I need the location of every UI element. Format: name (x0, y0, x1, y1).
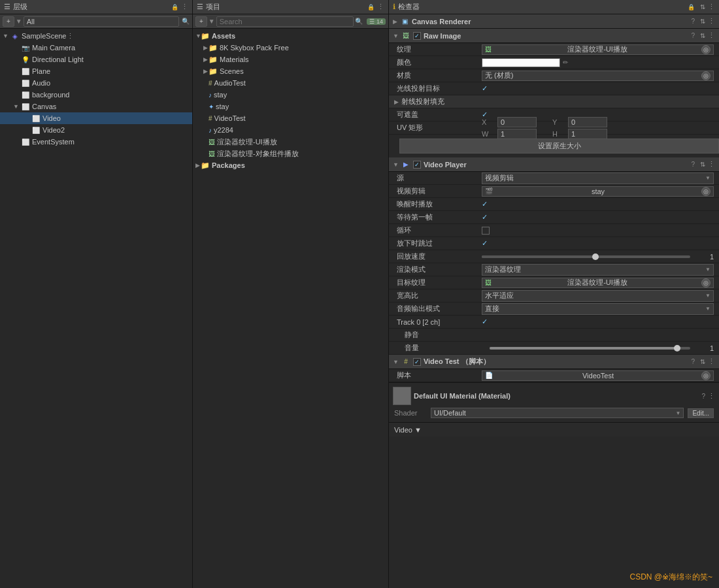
project-item-render2[interactable]: 🖼 渲染器纹理-对象组件播放 (193, 148, 388, 159)
edit-shader-button[interactable]: Edit... (688, 408, 714, 418)
targettex-select-btn[interactable]: ◎ (701, 278, 711, 287)
playonawake-checkmark[interactable]: ✓ (482, 200, 488, 208)
material-menu-btn[interactable]: ⋮ (708, 392, 715, 400)
volume-slider[interactable]: 1 (490, 344, 714, 352)
uv-y-input[interactable] (568, 117, 607, 127)
settings-icon[interactable]: ⇅ (700, 358, 705, 365)
rendermode-dropdown[interactable]: 渲染器纹理 ▼ (482, 264, 714, 276)
cube-icon: ⬜ (31, 114, 41, 123)
tree-item-audio[interactable]: ⬜ Audio (0, 77, 192, 89)
tree-item-background[interactable]: ⬜ background (0, 89, 192, 101)
settings-icon[interactable]: ⇅ (700, 161, 705, 168)
prop-value-texture: 🖼 渲染器纹理-UI播放 ◎ (482, 44, 714, 55)
aspectratio-dropdown[interactable]: 水平适应 ▼ (482, 290, 714, 302)
inspector-lock-icon[interactable]: 🔒 (688, 4, 695, 10)
dropdown-arrow-icon: ▼ (705, 293, 711, 299)
tree-item-eventsystem[interactable]: ⬜ EventSystem (0, 136, 192, 148)
help-icon[interactable]: ? (691, 18, 695, 25)
component-menu-btn[interactable]: ⋮ (708, 17, 715, 25)
shader-dropdown[interactable]: UI/Default ▼ (431, 408, 684, 418)
videoclip-select-btn[interactable]: ◎ (701, 187, 711, 196)
project-item-skybox[interactable]: ▶ 📁 8K Skybox Pack Free (193, 42, 388, 54)
project-lock-icon[interactable]: 🔒 (367, 4, 375, 10)
video-player-checkbox[interactable]: ✓ (413, 161, 421, 169)
video-test-header[interactable]: ▼ # ✓ Video Test （脚本） ? ⇅ ⋮ (389, 355, 719, 369)
canvas-renderer-header[interactable]: ▶ ▣ Canvas Renderer ? ⇅ ⋮ (389, 14, 719, 29)
material-ref-field[interactable]: 无 (材质) ◎ (482, 71, 714, 81)
script-ref-field[interactable]: 📄 VideoTest ◎ (482, 370, 714, 381)
settings-icon[interactable]: ⇅ (700, 32, 705, 39)
waitfirstframe-checkmark[interactable]: ✓ (482, 213, 488, 221)
raw-image-checkbox[interactable]: ✓ (413, 32, 421, 40)
hierarchy-lock-icon[interactable]: 🔒 (171, 4, 178, 10)
hierarchy-menu-icon[interactable]: ⋮ (181, 3, 188, 11)
hierarchy-search-input[interactable] (24, 16, 179, 27)
tree-item-canvas[interactable]: ▼ ⬜ Canvas (0, 101, 192, 112)
audiomode-dropdown[interactable]: 直接 ▼ (482, 303, 714, 315)
video-bottom-label[interactable]: Video ▼ (394, 426, 422, 434)
inspector-content: ▶ ▣ Canvas Renderer ? ⇅ ⋮ ▼ 🖼 ✓ Raw Imag… (389, 14, 719, 588)
component-menu-btn[interactable]: ⋮ (708, 160, 715, 169)
prop-value-loop (482, 227, 714, 235)
script-select-btn[interactable]: ◎ (701, 371, 711, 380)
texture-select-btn[interactable]: ◎ (701, 45, 711, 54)
component-menu-btn[interactable]: ⋮ (708, 357, 715, 366)
prop-value-raycast: ✓ (482, 84, 714, 93)
tree-item-directionallight[interactable]: 💡 Directional Light (0, 54, 192, 65)
uv-x-input[interactable] (497, 117, 537, 127)
settings-icon[interactable]: ⇅ (700, 18, 705, 25)
video-test-checkbox[interactable]: ✓ (413, 358, 421, 366)
targettex-ref-field[interactable]: 🖼 渲染器纹理-UI播放 ◎ (482, 278, 714, 288)
project-add-button[interactable]: + (195, 16, 207, 27)
video-player-header[interactable]: ▼ ▶ ✓ Video Player ? ⇅ ⋮ (389, 157, 719, 172)
prop-label-mute: 静音 (405, 330, 490, 340)
project-item-scenes[interactable]: ▶ 📁 Scenes (193, 65, 388, 77)
texture-ref-field[interactable]: 🖼 渲染器纹理-UI播放 ◎ (482, 44, 714, 55)
videoclip-ref-field[interactable]: 🎬 stay ◎ (482, 186, 714, 197)
set-native-size-button[interactable]: 设置原生大小 (399, 139, 719, 154)
inspector-settings-icon[interactable]: ⇅ (700, 3, 705, 10)
project-item-packages[interactable]: ▶ 📁 Packages (193, 159, 388, 171)
raycast-checkmark[interactable]: ✓ (482, 84, 488, 93)
slider-thumb[interactable] (592, 253, 599, 260)
hierarchy-add-button[interactable]: + (3, 16, 14, 27)
tree-item-video2[interactable]: ⬜ Video2 (0, 124, 192, 136)
item-menu-icon[interactable]: ⋮ (67, 32, 74, 41)
project-item-audiotest[interactable]: # AudioTest (193, 77, 388, 89)
prop-value-color: ✏ (482, 58, 714, 67)
raw-image-header[interactable]: ▼ 🖼 ✓ Raw Image ? ⇅ ⋮ (389, 29, 719, 43)
tree-item-plane[interactable]: ⬜ Plane (0, 65, 192, 77)
loop-checkbox[interactable] (482, 227, 490, 235)
playbackspeed-value: 1 (694, 253, 714, 261)
color-swatch[interactable] (482, 58, 560, 67)
project-item-render1[interactable]: 🖼 渲染器纹理-UI播放 (193, 136, 388, 148)
color-picker-icon[interactable]: ✏ (563, 59, 568, 66)
project-item-y2284[interactable]: ♪ y2284 (193, 124, 388, 136)
tree-item-samplescene[interactable]: ▼ ◈ SampleScene ⋮ (0, 30, 192, 42)
track0-checkmark[interactable]: ✓ (482, 318, 488, 326)
skipondrop-checkmark[interactable]: ✓ (482, 239, 488, 248)
inspector-menu-btn[interactable]: ⋮ (708, 3, 715, 11)
material-select-btn[interactable]: ◎ (701, 71, 711, 80)
project-item-stay-music[interactable]: ♪ stay (193, 89, 388, 101)
source-dropdown[interactable]: 视频剪辑 ▼ (482, 172, 714, 184)
project-item-assets[interactable]: ▼ 📁 Assets (193, 30, 388, 42)
tree-item-maincamera[interactable]: 📷 Main Camera (0, 42, 192, 54)
material-help-icon[interactable]: ? (701, 393, 705, 400)
project-label-stay-music: stay (214, 91, 227, 99)
component-menu-btn[interactable]: ⋮ (708, 31, 715, 40)
project-item-videotest[interactable]: # VideoTest (193, 112, 388, 124)
project-item-stay-prefab[interactable]: ✦ stay (193, 101, 388, 112)
playbackspeed-slider[interactable]: 1 (482, 253, 714, 261)
help-icon[interactable]: ? (691, 161, 695, 168)
help-icon[interactable]: ? (691, 358, 695, 365)
project-menu-btn[interactable]: ⋮ (377, 3, 384, 11)
prop-label-targettex: 目标纹理 (397, 278, 482, 287)
slider-thumb[interactable] (674, 345, 680, 351)
raycast-fill-header[interactable]: ▶ 射线投射填充 (389, 95, 719, 108)
tree-item-video[interactable]: ⬜ Video (0, 112, 192, 124)
project-search-input[interactable] (216, 16, 354, 27)
help-icon[interactable]: ? (691, 32, 695, 39)
prop-label-aspectratio: 宽高比 (397, 291, 482, 301)
project-item-materials[interactable]: ▶ 📁 Materials (193, 54, 388, 65)
